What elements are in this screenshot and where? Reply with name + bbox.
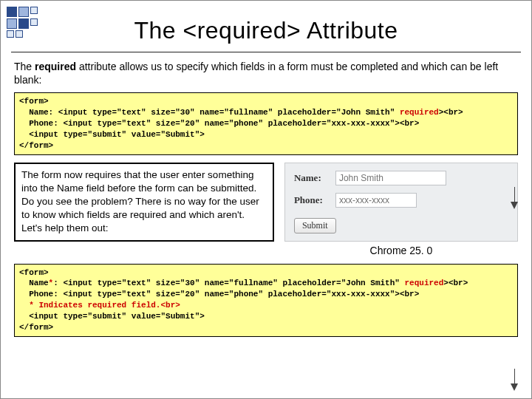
arrow-down-icon — [511, 383, 518, 391]
explain-box: The form now requires that the user ente… — [14, 163, 274, 242]
arrow-down-icon — [514, 187, 515, 202]
arrow-down-icon — [511, 202, 518, 209]
code-block-2: <form> Name*: <input type="text" size="3… — [14, 264, 518, 337]
form-submit-button[interactable]: Submit — [294, 218, 336, 233]
intro-text: The required attribute allows us to spec… — [14, 60, 518, 86]
preview-caption: Chrome 25. 0 — [370, 245, 433, 256]
slide-decor — [7, 7, 110, 44]
form-input-phone[interactable] — [335, 193, 417, 208]
form-preview: Name: Phone: Submit — [284, 163, 518, 242]
form-label-name: Name: — [294, 172, 330, 184]
arrow-down-icon — [514, 369, 515, 383]
form-label-phone: Phone: — [294, 194, 330, 206]
form-input-name[interactable] — [335, 171, 446, 185]
code-block-1: <form> Name: <input type="text" size="30… — [14, 92, 518, 154]
